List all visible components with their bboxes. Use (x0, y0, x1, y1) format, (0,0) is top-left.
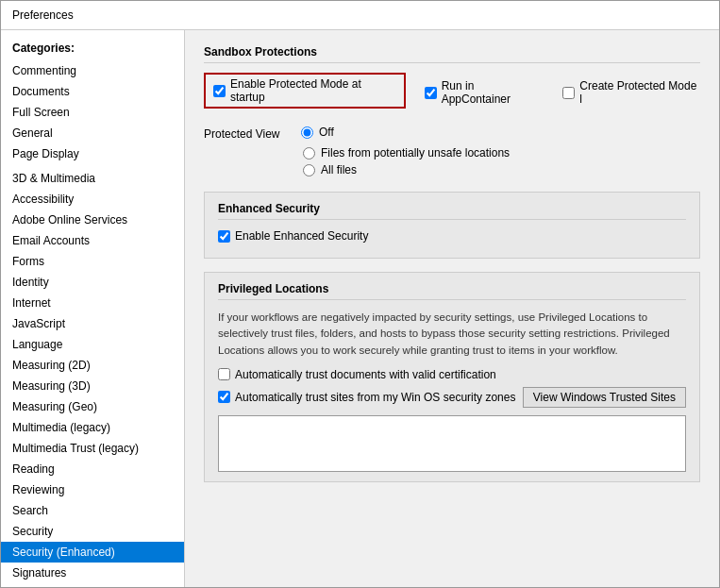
off-radio-row: Off (301, 126, 334, 139)
sidebar-item-3d-multimedia[interactable]: 3D & Multimedia (1, 168, 184, 189)
sidebar-item-multimedia-legacy[interactable]: Multimedia (legacy) (1, 417, 184, 438)
view-trusted-sites-button[interactable]: View Windows Trusted Sites (523, 387, 686, 408)
enable-enhanced-security-checkbox[interactable] (218, 230, 230, 243)
sidebar: Categories: Commenting Documents Full Sc… (1, 30, 185, 587)
enable-enhanced-security-label: Enable Enhanced Security (235, 229, 368, 243)
content-area: Categories: Commenting Documents Full Sc… (1, 30, 719, 587)
sandbox-top-row: Enable Protected Mode at startup Run in … (204, 73, 700, 118)
run-in-appcontainer-row: Run in AppContainer (425, 79, 544, 106)
sidebar-item-adobe-online[interactable]: Adobe Online Services (1, 210, 184, 230)
auto-trust-cert-checkbox[interactable] (218, 368, 230, 380)
auto-trust-cert-row: Automatically trust documents with valid… (218, 368, 686, 381)
sidebar-item-forms[interactable]: Forms (1, 251, 184, 272)
sandbox-title: Sandbox Protections (204, 45, 700, 63)
sidebar-item-security-enhanced[interactable]: Security (Enhanced) (1, 542, 184, 563)
privileged-locations-section: Privileged Locations If your workflows a… (204, 272, 700, 482)
all-files-label: All files (321, 163, 357, 176)
sidebar-item-full-screen[interactable]: Full Screen (1, 102, 184, 123)
sidebar-item-internet[interactable]: Internet (1, 293, 184, 313)
auto-trust-cert-label: Automatically trust documents with valid… (235, 368, 496, 381)
sidebar-item-measuring-2d[interactable]: Measuring (2D) (1, 355, 184, 376)
auto-trust-win-os-label: Automatically trust sites from my Win OS… (235, 391, 515, 404)
sidebar-item-spelling[interactable]: Spelling (1, 583, 184, 587)
sidebar-item-signatures[interactable]: Signatures (1, 563, 184, 583)
auto-trust-win-os-checkbox[interactable] (218, 391, 230, 403)
title-bar: Preferences (1, 1, 719, 30)
trusted-sites-text-area (218, 415, 686, 472)
run-in-appcontainer-checkbox[interactable] (425, 87, 437, 99)
sidebar-item-page-display[interactable]: Page Display (1, 143, 184, 164)
categories-header: Categories: (1, 38, 184, 60)
preferences-window: Preferences Categories: Commenting Docum… (0, 0, 720, 588)
window-title: Preferences (12, 8, 74, 22)
sidebar-item-language[interactable]: Language (1, 334, 184, 355)
auto-trust-win-os-row: Automatically trust sites from my Win OS… (218, 387, 686, 408)
sidebar-item-measuring-geo[interactable]: Measuring (Geo) (1, 396, 184, 417)
run-in-appcontainer-label: Run in AppContainer (442, 79, 544, 106)
create-protected-mode-row: Create Protected Mode l (562, 79, 700, 106)
enable-protected-mode-row: Enable Protected Mode at startup (204, 73, 406, 109)
protected-view-row: Protected View Off (204, 126, 700, 143)
sidebar-item-documents[interactable]: Documents (1, 81, 184, 102)
files-unsafe-row: Files from potentially unsafe locations (303, 146, 700, 160)
enable-enhanced-security-row: Enable Enhanced Security (218, 229, 686, 243)
off-radio[interactable] (301, 126, 313, 139)
sidebar-item-javascript[interactable]: JavaScript (1, 313, 184, 334)
main-panel: Sandbox Protections Enable Protected Mod… (185, 30, 719, 587)
trust-sites-left: Automatically trust sites from my Win OS… (218, 391, 515, 404)
all-files-radio[interactable] (303, 164, 315, 176)
all-files-row: All files (303, 163, 700, 176)
sidebar-item-security[interactable]: Security (1, 521, 184, 542)
files-unsafe-label: Files from potentially unsafe locations (321, 146, 510, 160)
protected-view-label: Protected View (204, 127, 293, 141)
sidebar-item-accessibility[interactable]: Accessibility (1, 189, 184, 210)
sidebar-item-search[interactable]: Search (1, 500, 184, 521)
sidebar-item-general[interactable]: General (1, 123, 184, 143)
protected-view-section: Protected View Off Files from potentiall… (204, 126, 700, 176)
enable-protected-mode-checkbox[interactable] (213, 85, 226, 97)
create-protected-mode-label: Create Protected Mode l (579, 79, 700, 106)
sidebar-item-commenting[interactable]: Commenting (1, 60, 184, 81)
sidebar-item-email-accounts[interactable]: Email Accounts (1, 230, 184, 251)
privileged-locations-desc: If your workflows are negatively impacte… (218, 310, 686, 359)
protected-view-options: Files from potentially unsafe locations … (303, 146, 700, 176)
enable-protected-mode-label: Enable Protected Mode at startup (230, 77, 396, 104)
sidebar-item-reading[interactable]: Reading (1, 459, 184, 479)
create-protected-mode-checkbox[interactable] (562, 87, 575, 99)
privileged-locations-title: Privileged Locations (218, 282, 686, 300)
off-label: Off (319, 126, 334, 139)
sidebar-item-reviewing[interactable]: Reviewing (1, 479, 184, 500)
sandbox-section: Sandbox Protections Enable Protected Mod… (204, 45, 700, 176)
enhanced-security-section: Enhanced Security Enable Enhanced Securi… (204, 192, 700, 259)
sidebar-item-measuring-3d[interactable]: Measuring (3D) (1, 376, 184, 396)
files-unsafe-radio[interactable] (303, 147, 315, 160)
sidebar-item-multimedia-trust[interactable]: Multimedia Trust (legacy) (1, 438, 184, 459)
enhanced-security-title: Enhanced Security (218, 202, 686, 220)
sidebar-item-identity[interactable]: Identity (1, 272, 184, 293)
